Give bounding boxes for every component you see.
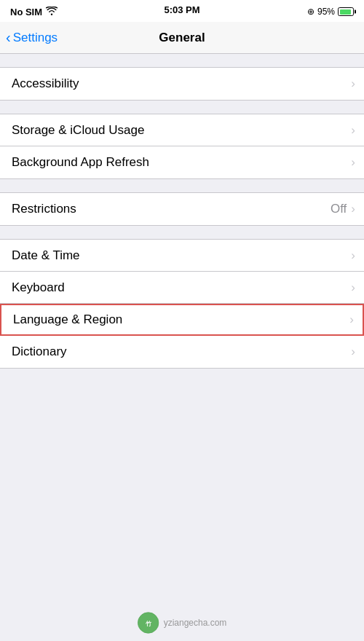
restrictions-value: Off (331, 202, 347, 216)
watermark: 竹 yziangecha.com (138, 612, 227, 634)
section-gap-2 (0, 101, 364, 114)
row-right: Off › (331, 202, 352, 216)
keyboard-label: Keyboard (12, 280, 65, 295)
wifi-icon (46, 7, 58, 17)
back-button[interactable]: ‹ Settings (6, 30, 58, 46)
chevron-right-icon: › (351, 345, 355, 359)
row-right: › (351, 123, 352, 138)
location-icon: ⊕ (307, 7, 314, 17)
language-region-row[interactable]: Language & Region › (0, 304, 364, 336)
battery-percent: 95% (317, 7, 335, 17)
list-item[interactable]: Background App Refresh › (0, 146, 364, 178)
page-title: General (159, 31, 205, 45)
section-gap-3 (0, 179, 364, 192)
watermark-text: yziangecha.com (164, 618, 227, 628)
row-right: › (351, 76, 352, 91)
list-item[interactable]: Restrictions Off › (0, 193, 364, 225)
status-right: ⊕ 95% (307, 7, 354, 17)
section-restrictions: Restrictions Off › (0, 192, 364, 226)
section-gap-1 (0, 54, 364, 67)
status-bar: No SIM 5:03 PM ⊕ 95% (0, 0, 364, 22)
carrier-label: No SIM (10, 7, 42, 17)
row-right: › (351, 280, 352, 295)
list-item[interactable]: Accessibility › (0, 68, 364, 100)
back-chevron-icon: ‹ (6, 29, 11, 46)
nav-bar: ‹ Settings General (0, 22, 364, 54)
dictionary-label: Dictionary (12, 345, 67, 359)
chevron-right-icon: › (351, 123, 355, 138)
section-accessibility: Accessibility › (0, 67, 364, 101)
chevron-right-icon: › (351, 202, 355, 216)
row-right: › (351, 345, 352, 359)
chevron-right-icon: › (351, 280, 355, 295)
chevron-right-icon: › (351, 155, 355, 170)
restrictions-label: Restrictions (12, 202, 76, 216)
list-item[interactable]: Date & Time › (0, 240, 364, 272)
watermark-logo: 竹 (138, 612, 159, 634)
chevron-right-icon: › (351, 76, 355, 91)
storage-icloud-label: Storage & iCloud Usage (12, 123, 144, 138)
section-locale: Date & Time › Keyboard › Language & Regi… (0, 239, 364, 369)
background-app-refresh-label: Background App Refresh (12, 155, 149, 170)
section-storage: Storage & iCloud Usage › Background App … (0, 114, 364, 179)
settings-content: Accessibility › Storage & iCloud Usage ›… (0, 54, 364, 641)
chevron-right-icon: › (351, 248, 355, 263)
list-item[interactable]: Dictionary › (0, 336, 364, 368)
row-right: › (349, 312, 351, 327)
status-left: No SIM (10, 7, 58, 17)
list-item[interactable]: Keyboard › (0, 272, 364, 304)
battery-icon (338, 7, 354, 16)
language-region-label: Language & Region (13, 312, 122, 327)
list-item[interactable]: Storage & iCloud Usage › (0, 114, 364, 146)
svg-text:竹: 竹 (145, 621, 152, 627)
section-gap-4 (0, 226, 364, 239)
date-time-label: Date & Time (12, 248, 80, 263)
status-time: 5:03 PM (164, 4, 199, 15)
row-right: › (351, 155, 352, 170)
chevron-right-icon: › (349, 312, 354, 327)
row-right: › (351, 248, 352, 263)
section-gap-5 (0, 369, 364, 382)
back-label: Settings (13, 31, 58, 45)
accessibility-label: Accessibility (12, 76, 79, 91)
